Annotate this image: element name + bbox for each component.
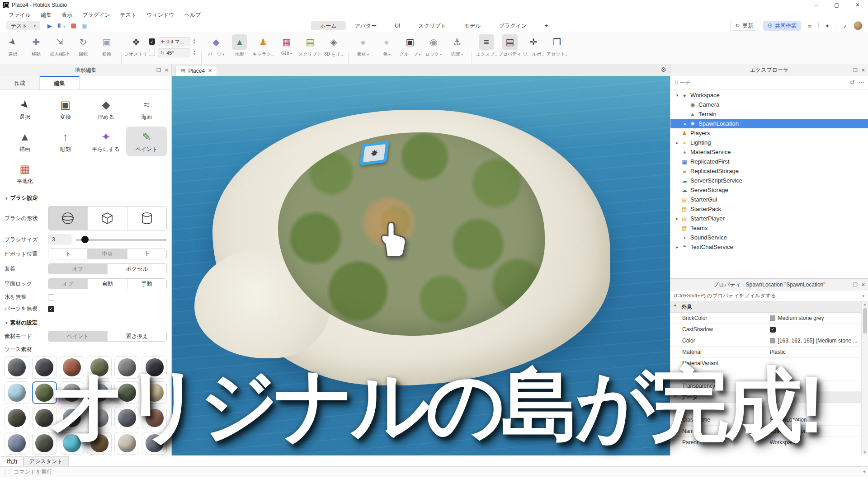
tree-item[interactable]: ▰ ReplicatedStorage: [670, 166, 868, 176]
ribbon-tab[interactable]: モデル: [455, 21, 490, 30]
history-icon[interactable]: ↺: [850, 79, 855, 86]
play-icon[interactable]: ▶: [47, 23, 52, 29]
close-panel-icon[interactable]: ✕: [861, 282, 865, 288]
tree-item[interactable]: ▤ StarterGui: [670, 195, 868, 204]
property-checkbox[interactable]: ✓: [770, 327, 776, 333]
terrain-tool[interactable]: ✎ ペイント: [126, 127, 167, 156]
chevron-down-icon[interactable]: ▾: [863, 469, 865, 474]
scrollbar[interactable]: ▲ ▼: [861, 301, 868, 455]
brush-shape-cube[interactable]: [88, 206, 127, 230]
menu-item[interactable]: プラグイン: [77, 11, 115, 19]
update-button[interactable]: ↻ 更新: [730, 21, 758, 31]
property-row[interactable]: CastShadow ✓: [670, 324, 861, 335]
terrain-tool[interactable]: ▲ 描画: [5, 127, 45, 156]
maximize-button[interactable]: ▢: [826, 0, 847, 10]
expand-arrow-icon[interactable]: ▸: [674, 216, 680, 221]
drag-handle-icon[interactable]: ⋮⋮: [3, 469, 11, 475]
tree-item[interactable]: ▦ ReplicatedFirst: [670, 157, 868, 166]
place-tab[interactable]: ▤ Place4 ✕: [175, 65, 217, 76]
snapping-option[interactable]: ボクセル: [108, 264, 166, 274]
snap-move-checkbox[interactable]: ✓: [149, 38, 155, 45]
menu-item[interactable]: ヘルプ: [179, 11, 206, 19]
more-options-icon[interactable]: ⋯: [859, 79, 864, 86]
property-row[interactable]: Color ✓ [163, 162, 165] (Medium stone ..…: [670, 335, 861, 347]
menu-item[interactable]: ファイル: [4, 11, 36, 19]
ribbon-tab[interactable]: +: [536, 21, 557, 30]
pivot-option[interactable]: 中央: [88, 249, 127, 259]
expand-arrow-icon[interactable]: ▸: [674, 245, 680, 249]
property-row[interactable]: BrickColor ✓ Medium stone grey: [670, 313, 861, 324]
ribbon-tab[interactable]: UI: [386, 21, 409, 30]
float-panel-icon[interactable]: ❐: [853, 67, 858, 73]
expand-arrow-icon[interactable]: ▸: [682, 122, 689, 126]
pause-icon[interactable]: Ⅱ ▾: [57, 23, 66, 29]
float-panel-icon[interactable]: ❐: [156, 67, 161, 73]
plane-lock-option[interactable]: 手動: [127, 279, 166, 289]
menu-item[interactable]: テスト: [115, 11, 142, 19]
snap-rotate-field[interactable]: ↻ 45°: [158, 48, 190, 57]
ribbon-tab[interactable]: ホーム: [311, 21, 346, 30]
chevron-down-icon[interactable]: ▾: [5, 196, 8, 201]
plane-lock-option[interactable]: オフ: [48, 279, 88, 289]
notifications-bell-icon[interactable]: ♪: [841, 23, 849, 29]
tree-item[interactable]: ▸ ❝ TextChatService: [670, 242, 868, 252]
gear-icon[interactable]: ⚙: [660, 66, 666, 73]
scrollbar-thumb[interactable]: [863, 308, 867, 333]
minimize-button[interactable]: –: [806, 0, 826, 10]
stop-icon[interactable]: [71, 23, 76, 28]
terrain-tool[interactable]: ▦ 平地化: [5, 159, 45, 188]
spawn-location-tile[interactable]: ✸: [359, 141, 389, 165]
output-tab[interactable]: 出力: [1, 456, 24, 466]
chevron-down-icon[interactable]: ▾: [5, 321, 8, 325]
tree-item[interactable]: ▸ ✸ SpawnLocation: [670, 119, 868, 128]
properties-filter[interactable]: (Ctrl+Shift+P) のプロパティをフィルタする ▾: [670, 291, 868, 301]
ignore-water-checkbox[interactable]: ✓: [48, 294, 54, 300]
snapping-option[interactable]: オフ: [48, 264, 108, 274]
output-tab[interactable]: アシスタント: [24, 456, 69, 466]
ribbon-tab[interactable]: アバター: [346, 21, 386, 30]
close-panel-icon[interactable]: ✕: [165, 67, 169, 73]
tree-item[interactable]: ▸ ● Lighting: [670, 138, 868, 147]
tree-item[interactable]: ▲ Terrain: [670, 109, 868, 119]
ribbon-tab[interactable]: スクリプト: [409, 21, 455, 30]
brush-shape-cylinder[interactable]: [127, 206, 166, 230]
terrain-tool[interactable]: ↑ 彫刻: [45, 127, 86, 156]
snap-move-field[interactable]: ✚ 0.4 マ...: [158, 37, 190, 46]
close-panel-icon[interactable]: ✕: [861, 67, 865, 73]
tree-item[interactable]: ♟ Players: [670, 128, 868, 138]
tree-item[interactable]: ▾ ● Workspace: [670, 90, 868, 100]
tree-item[interactable]: ◕ MaterialService: [670, 147, 868, 157]
snap-rotate-checkbox[interactable]: ✓: [149, 50, 155, 56]
user-avatar[interactable]: [854, 21, 863, 30]
terrain-tool[interactable]: ▣ 変換: [45, 94, 86, 124]
command-input[interactable]: [14, 469, 860, 475]
menu-item[interactable]: 編集: [36, 11, 57, 19]
share-icon[interactable]: ∝: [806, 23, 814, 29]
material-mode-option[interactable]: 置き換え: [108, 331, 166, 341]
property-row[interactable]: 外見 ✓: [670, 301, 861, 313]
explorer-search-input[interactable]: [674, 80, 846, 86]
tree-item[interactable]: ▸ ▤ StarterPlayer: [670, 214, 868, 223]
terrain-tool[interactable]: ◆ 埋める: [86, 94, 127, 124]
terrain-tab[interactable]: 編集: [40, 76, 80, 89]
brush-size-input[interactable]: 3: [48, 235, 71, 244]
terrain-tool[interactable]: ≈ 海面: [126, 94, 167, 124]
ignore-parts-checkbox[interactable]: ✓: [48, 306, 54, 312]
ai-sparkle-icon[interactable]: ✦: [823, 23, 831, 29]
test-mode-dropdown[interactable]: テスト ▾: [6, 21, 40, 30]
menu-item[interactable]: 表示: [57, 11, 77, 19]
float-panel-icon[interactable]: ❐: [853, 282, 858, 288]
collaborate-button[interactable]: ⚇ 共同作業: [763, 21, 801, 31]
menu-item[interactable]: ウィンドウ: [142, 11, 179, 19]
tree-item[interactable]: ☁ ServerScriptService: [670, 176, 868, 185]
tree-item[interactable]: ▤ StarterPack: [670, 204, 868, 214]
scroll-down-icon[interactable]: ▼: [863, 450, 867, 455]
scroll-up-icon[interactable]: ▲: [863, 302, 867, 306]
expand-arrow-icon[interactable]: ▸: [674, 141, 680, 145]
tree-item[interactable]: ◖ SoundService: [670, 233, 868, 242]
terrain-tool[interactable]: ➤ 選択: [5, 94, 45, 124]
pivot-option[interactable]: 上: [127, 249, 166, 259]
plane-lock-option[interactable]: 自動: [88, 279, 127, 289]
tree-item[interactable]: ▤ Teams: [670, 223, 868, 233]
expand-arrow-icon[interactable]: ▾: [674, 93, 680, 98]
